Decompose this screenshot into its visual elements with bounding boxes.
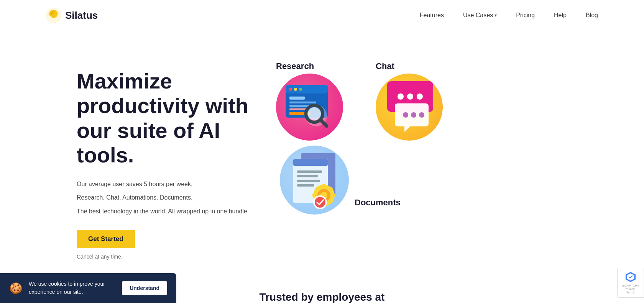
research-circle: [276, 74, 343, 141]
svg-rect-7: [289, 102, 316, 103]
hero-illustrations: Research: [268, 61, 598, 253]
cookie-banner: 🍪 We use cookies to improve your experie…: [0, 273, 176, 303]
logo-label: Silatus: [65, 10, 98, 21]
svg-rect-31: [322, 184, 325, 188]
svg-rect-34: [332, 194, 335, 197]
svg-point-19: [411, 112, 416, 118]
hero-subtitle-1: Our average user saves 5 hours per week.: [77, 179, 268, 189]
svg-rect-23: [293, 159, 328, 166]
hero-subtitle-3: The best technology in the world. All wr…: [77, 206, 268, 216]
cookie-understand-button[interactable]: Understand: [122, 281, 167, 295]
recaptcha-badge: reCAPTCHAPrivacy · Terms: [617, 268, 644, 298]
nav-features[interactable]: Features: [420, 12, 444, 19]
research-icon: [276, 74, 343, 141]
svg-point-5: [299, 88, 302, 91]
cookie-icon: 🍪: [9, 282, 23, 295]
get-started-button[interactable]: Get Started: [77, 230, 135, 248]
svg-point-40: [315, 197, 325, 208]
svg-point-17: [417, 93, 423, 100]
nav-help[interactable]: Help: [554, 12, 567, 19]
logo-icon: [46, 8, 61, 23]
svg-rect-24: [297, 170, 322, 173]
svg-line-14: [320, 120, 327, 126]
documents-illustration: Documents: [280, 146, 349, 215]
documents-icon: [280, 146, 349, 215]
svg-point-13: [308, 107, 321, 120]
recaptcha-icon: [625, 271, 636, 283]
nav-blog[interactable]: Blog: [586, 12, 598, 19]
recaptcha-text: reCAPTCHAPrivacy · Terms: [621, 284, 640, 294]
svg-point-15: [398, 93, 404, 100]
svg-rect-26: [297, 180, 320, 182]
svg-rect-33: [312, 194, 316, 197]
chevron-down-icon: ▾: [495, 13, 497, 18]
svg-point-18: [403, 112, 408, 118]
nav-links: Features Use Cases ▾ Pricing Help Blog: [420, 12, 598, 19]
hero-subtitle-2: Research. Chat. Automations. Documents.: [77, 193, 268, 203]
chat-illustration: Chat: [376, 61, 443, 141]
svg-point-4: [294, 88, 297, 91]
logo[interactable]: Silatus: [46, 8, 98, 23]
docs-circle: [280, 146, 349, 215]
research-illustration: Research: [276, 61, 343, 141]
nav-use-cases[interactable]: Use Cases ▾: [463, 12, 497, 19]
research-label: Research: [276, 61, 314, 71]
svg-point-3: [289, 88, 292, 91]
hero-section: Maximize productivity with our suite of …: [0, 31, 644, 280]
chat-label: Chat: [376, 61, 394, 71]
cookie-text: We use cookies to improve your experienc…: [29, 280, 116, 296]
chat-icon: [376, 74, 443, 141]
hero-title: Maximize productivity with our suite of …: [77, 69, 268, 168]
nav-pricing[interactable]: Pricing: [516, 12, 535, 19]
navbar: Silatus Features Use Cases ▾ Pricing Hel…: [0, 0, 644, 31]
hero-content: Maximize productivity with our suite of …: [77, 61, 268, 260]
documents-label: Documents: [355, 198, 401, 208]
svg-rect-25: [297, 175, 318, 177]
svg-point-20: [419, 112, 424, 118]
cancel-note: Cancel at any time.: [77, 254, 268, 260]
svg-rect-27: [297, 184, 314, 187]
svg-rect-6: [289, 97, 305, 100]
chat-circle: [376, 74, 443, 141]
svg-point-16: [407, 93, 413, 100]
